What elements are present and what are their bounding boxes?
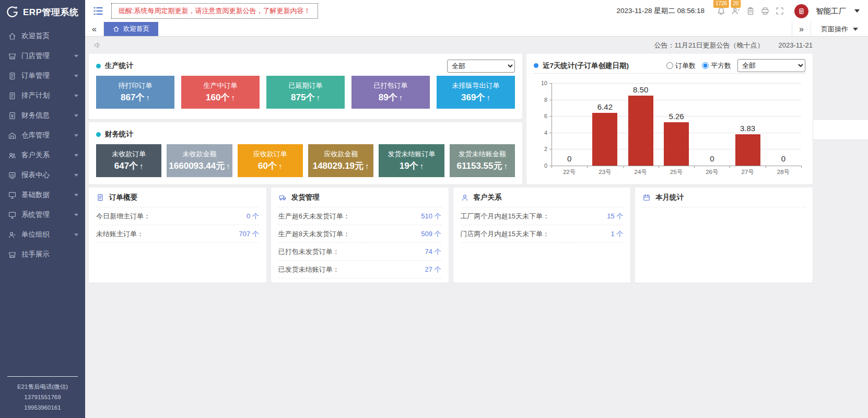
sidebar-item-3[interactable]: 订单管理 — [0, 66, 85, 86]
chevron-down-icon — [74, 114, 78, 117]
stat-card-生产中订单[interactable]: 生产中订单160个↑ — [181, 76, 260, 109]
info-row-label: 工厂两个月内超15天未下单： — [461, 212, 549, 221]
stat-card-value: 867个 — [121, 91, 144, 103]
info-row-value[interactable]: 15 个 — [607, 212, 623, 221]
fullscreen-icon[interactable] — [772, 0, 787, 22]
stat-card-应收款订单[interactable]: 应收款订单60个↑ — [238, 144, 303, 177]
stat-card-已打包订单[interactable]: 已打包订单89个↑ — [351, 76, 430, 109]
radio-input[interactable] — [702, 62, 709, 69]
info-row-label: 生产超6天未发货订单： — [278, 212, 350, 221]
sidebar-item-label: 单位组织 — [21, 230, 74, 239]
info-row: 工厂两个月内超15天未下单：15 个 — [461, 207, 624, 225]
finance-icon — [8, 111, 17, 120]
printer-icon[interactable] — [758, 0, 772, 22]
stat-card-应收款金额[interactable]: 应收款金额148029.19元↑ — [308, 144, 373, 177]
sidebar-item-2[interactable]: 门店管理 — [0, 46, 85, 66]
sidebar-item-9[interactable]: 基础数据 — [0, 185, 85, 205]
production-filter-select[interactable]: 全部 — [447, 60, 515, 73]
info-row-value[interactable]: 0 个 — [247, 212, 259, 221]
bell-icon[interactable]: 1726 — [714, 0, 729, 22]
app-logo-icon — [5, 5, 19, 19]
sidebar-item-12[interactable]: 拉手展示 — [0, 245, 85, 264]
info-row-value[interactable]: 27 个 — [425, 265, 441, 274]
stat-card-value: 89个 — [379, 91, 397, 103]
chevron-down-icon — [74, 95, 78, 97]
sidebar-item-label: 系统管理 — [21, 210, 74, 219]
stat-card-value: 19个 — [400, 160, 418, 172]
tabs-scroll-right-button[interactable]: » — [792, 22, 811, 36]
chart-filter-select[interactable]: 全部 — [737, 59, 805, 72]
user-name[interactable]: 智能工厂 — [816, 6, 846, 16]
stat-card-label: 未收款金额 — [182, 149, 216, 159]
avatar[interactable] — [794, 4, 808, 18]
info-row: 生产超8天未发货订单：509 个 — [278, 225, 441, 243]
app-title: ERP管理系统 — [23, 6, 78, 18]
trend-up-icon: ↑ — [316, 93, 320, 102]
users-icon — [8, 151, 17, 160]
monitor-icon — [8, 191, 17, 200]
sidebar-menu: 欢迎首页门店管理订单管理排产计划财务信息仓库管理客户关系报表中心基础数据系统管理… — [0, 24, 85, 264]
sidebar-item-4[interactable]: 排产计划 — [0, 86, 85, 106]
info-panel-订单概要: 订单概要今日新增主订单：0 个未结账主订单：707 个 — [89, 188, 266, 283]
stat-card-发货未结账金额[interactable]: 发货未结账金额61153.55元↑ — [450, 144, 515, 177]
sidebar-item-10[interactable]: 系统管理 — [0, 205, 85, 225]
announcement-text: 公告：11月21日更新公告（晚十点） — [654, 41, 764, 50]
tab-welcome-home[interactable]: 欢迎首页 — [104, 22, 158, 36]
sidebar-item-1[interactable]: 欢迎首页 — [0, 26, 85, 46]
stat-card-value: 160个 — [206, 91, 229, 103]
info-row-value[interactable]: 1 个 — [611, 229, 623, 239]
user-audit-icon[interactable]: 20 — [729, 0, 743, 22]
info-row-value[interactable]: 509 个 — [421, 229, 441, 239]
info-row-value[interactable]: 707 个 — [239, 229, 259, 239]
chart-panel-title: 近7天统计(子订单创建日期) — [543, 61, 629, 71]
sidebar-item-11[interactable]: 单位组织 — [0, 225, 85, 245]
sidebar-item-8[interactable]: 报表中心 — [0, 165, 85, 185]
info-panel-客户关系: 客户关系工厂两个月内超15天未下单：15 个门店两个月内超15天未下单：1 个 — [453, 188, 631, 283]
clipboard-icon[interactable] — [743, 0, 758, 22]
tabs-scroll-left-button[interactable]: « — [85, 22, 104, 36]
panel-bullet — [96, 132, 101, 137]
trend-up-icon: ↑ — [420, 161, 424, 170]
chevron-down-icon — [74, 55, 78, 57]
stat-card-待打印订单[interactable]: 待打印订单867个↑ — [96, 76, 174, 109]
sidebar-footer-line: 19953960161 — [7, 402, 78, 413]
warehouse-icon — [8, 131, 17, 140]
stat-card-value: 1660093.44元 — [169, 160, 225, 172]
calendar-icon — [642, 193, 651, 202]
stat-card-已延期订单[interactable]: 已延期订单875个↑ — [266, 76, 345, 109]
stat-card-未收款订单[interactable]: 未收款订单647个↑ — [96, 144, 161, 177]
sidebar-item-label: 基础数据 — [21, 190, 74, 200]
main-content: 公告：11月21日更新公告（晚十点） 2023-11-21 生产统计 全部 待打… — [85, 37, 868, 418]
chart-radio-订单数[interactable]: 订单数 — [666, 61, 696, 71]
trend-up-icon: ↑ — [278, 161, 283, 170]
store-icon — [8, 52, 17, 61]
info-row: 已发货未结账订单：27 个 — [278, 261, 441, 278]
info-row-value[interactable]: 74 个 — [425, 247, 441, 257]
info-row: 今日新增主订单：0 个 — [96, 207, 259, 225]
chart-radio-平方数[interactable]: 平方数 — [702, 61, 731, 71]
radio-input[interactable] — [666, 62, 673, 69]
stat-card-label: 应收款订单 — [253, 149, 287, 159]
stat-card-value: 369个 — [461, 91, 485, 103]
sidebar-item-5[interactable]: 财务信息 — [0, 106, 85, 125]
info-row-value[interactable]: 510 个 — [421, 212, 441, 221]
stat-card-未排版导出订单[interactable]: 未排版导出订单369个↑ — [437, 76, 515, 109]
user-caret-icon — [854, 9, 860, 13]
finance-panel-title: 财务统计 — [105, 130, 133, 139]
stat-card-发货未结账订单[interactable]: 发货未结账订单19个↑ — [379, 144, 444, 177]
stat-card-未收款金额[interactable]: 未收款金额1660093.44元↑ — [167, 144, 232, 177]
page-actions-dropdown[interactable]: 页面操作 — [811, 22, 868, 36]
menu-toggle-icon[interactable] — [92, 5, 104, 17]
trend-up-icon: ↑ — [365, 161, 369, 170]
production-panel-title: 生产统计 — [105, 61, 133, 71]
radio-label: 平方数 — [711, 61, 731, 71]
sidebar-item-6[interactable]: 仓库管理 — [0, 125, 85, 145]
finance-stats-panel: 财务统计 未收款订单647个↑未收款金额1660093.44元↑应收款订单60个… — [89, 122, 522, 184]
sidebar-item-label: 客户关系 — [21, 150, 74, 160]
info-row-label: 未结账主订单： — [96, 229, 144, 239]
chevron-down-icon — [74, 214, 78, 216]
floating-widget[interactable] — [813, 119, 868, 140]
chart-bar — [592, 113, 617, 166]
sidebar-item-7[interactable]: 客户关系 — [0, 145, 85, 165]
doc-icon — [8, 91, 17, 100]
